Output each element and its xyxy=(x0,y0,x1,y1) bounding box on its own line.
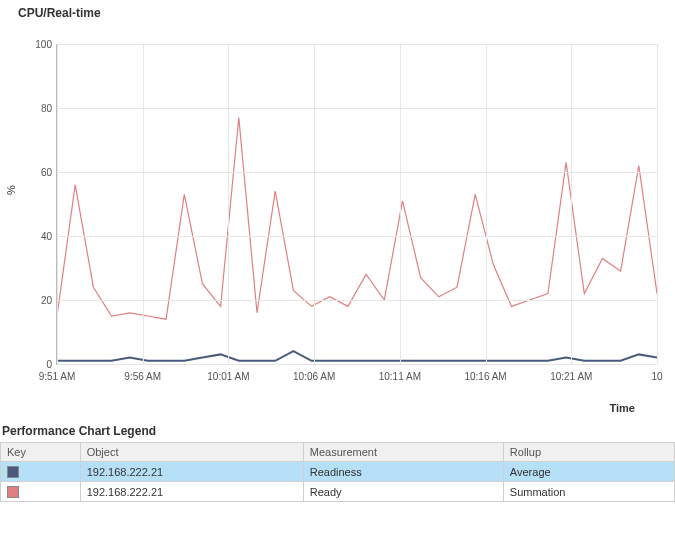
legend-measurement: Ready xyxy=(303,482,503,502)
legend-table: Key Object Measurement Rollup 192.168.22… xyxy=(0,442,675,502)
y-tick: 20 xyxy=(27,295,52,306)
x-tick: 10:11 AM xyxy=(379,371,421,382)
col-measure: Measurement xyxy=(303,443,503,462)
legend-object: 192.168.222.21 xyxy=(80,462,303,482)
series-readiness xyxy=(57,351,657,361)
y-tick: 80 xyxy=(27,103,52,114)
legend-measurement: Readiness xyxy=(303,462,503,482)
y-axis-label: % xyxy=(5,185,17,195)
chart-title: CPU/Real-time xyxy=(0,0,675,24)
y-tick: 0 xyxy=(27,359,52,370)
col-rollup: Rollup xyxy=(503,443,674,462)
x-axis-label: Time xyxy=(610,402,635,414)
x-tick: 10:21 AM xyxy=(550,371,592,382)
legend-swatch xyxy=(7,466,19,478)
col-object: Object xyxy=(80,443,303,462)
legend-rollup: Average xyxy=(503,462,674,482)
legend-row[interactable]: 192.168.222.21ReadySummation xyxy=(1,482,675,502)
x-tick: 9:56 AM xyxy=(124,371,161,382)
x-tick: 10 xyxy=(651,371,662,382)
x-tick: 10:16 AM xyxy=(464,371,506,382)
legend-title: Performance Chart Legend xyxy=(0,394,675,442)
col-key: Key xyxy=(1,443,81,462)
series-ready xyxy=(57,118,657,320)
legend-swatch xyxy=(7,486,19,498)
y-tick: 60 xyxy=(27,167,52,178)
x-tick: 10:01 AM xyxy=(207,371,249,382)
y-tick: 40 xyxy=(27,231,52,242)
cpu-chart: % 0204060801009:51 AM9:56 AM10:01 AM10:0… xyxy=(0,24,675,394)
legend-row[interactable]: 192.168.222.21ReadinessAverage xyxy=(1,462,675,482)
x-tick: 9:51 AM xyxy=(39,371,76,382)
legend-object: 192.168.222.21 xyxy=(80,482,303,502)
legend-rollup: Summation xyxy=(503,482,674,502)
x-tick: 10:06 AM xyxy=(293,371,335,382)
y-tick: 100 xyxy=(27,39,52,50)
